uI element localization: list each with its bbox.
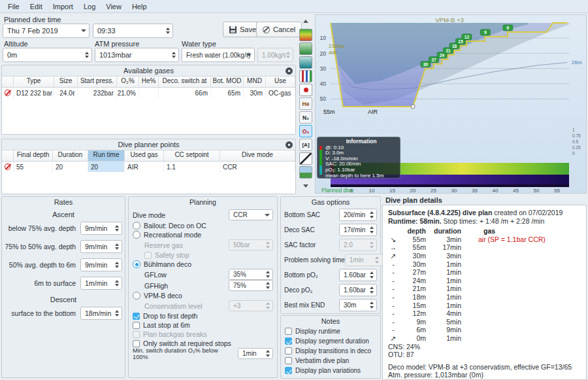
gas-size-cell[interactable]: 24.0ℓ <box>54 88 78 98</box>
dive-profile-chart[interactable]: 3027242118151296 10203040505101520253035… <box>315 14 587 194</box>
gas-option-spinbox[interactable]: 1.60bar <box>339 284 377 296</box>
remove-point-icon[interactable] <box>2 162 14 172</box>
gas-option-spinbox[interactable]: 1.60bar <box>339 269 377 281</box>
dive-date-select[interactable]: Thu 7 Feb 2019 <box>3 24 90 38</box>
remove-gas-icon[interactable] <box>2 88 14 98</box>
point-duration-cell[interactable]: 20 <box>53 162 88 172</box>
gases-column-header[interactable]: Type <box>14 77 54 88</box>
gas-he-cell[interactable] <box>139 88 159 98</box>
planning-option-row[interactable]: Plan backgas breaks <box>133 330 273 339</box>
min-switch-spinbox[interactable]: 1min <box>238 348 273 359</box>
radio-icon[interactable] <box>133 231 140 239</box>
gas-option-spinbox[interactable]: 2.0 <box>339 239 377 251</box>
gas-start-pressure-cell[interactable]: 232bar <box>78 88 117 98</box>
profile-scale-icon[interactable] <box>299 29 312 41</box>
rate-spinbox[interactable]: 9m/min <box>80 258 122 271</box>
gases-column-header[interactable]: Use <box>266 77 295 88</box>
menu-item[interactable]: File <box>3 1 25 12</box>
photo-icon[interactable] <box>299 166 312 179</box>
radio-icon[interactable] <box>133 260 140 268</box>
gas-mnd-cell[interactable]: 30m <box>244 88 266 98</box>
point-final-depth-cell[interactable]: 55 <box>14 162 53 172</box>
buhlmann-radio-row[interactable]: Bühlmann deco <box>133 260 273 269</box>
points-column-header[interactable] <box>2 150 14 162</box>
gfhigh-spinbox[interactable]: 75% <box>229 280 273 291</box>
spinner-arrows-icon[interactable] <box>263 349 272 358</box>
gas-option-spinbox[interactable]: 1min <box>345 254 383 266</box>
scroll-up-icon[interactable] <box>299 15 312 27</box>
atm-pressure-spinbox[interactable]: 1013mbar <box>95 48 179 62</box>
points-column-header[interactable]: Run time <box>88 150 125 162</box>
checkbox-icon[interactable] <box>133 313 140 320</box>
spinner-arrows-icon[interactable] <box>367 209 376 220</box>
dive-mode-select[interactable]: CCR <box>229 209 273 220</box>
spinner-arrows-icon[interactable] <box>112 277 122 289</box>
point-table-row[interactable]: 55 20 20 AIR 1.1 CCR <box>2 162 295 172</box>
menu-item[interactable]: Log <box>78 1 101 12</box>
gas-option-spinbox[interactable]: 17ℓ/min <box>339 224 377 236</box>
bailout-radio-row[interactable]: Bailout: Deco on OC <box>133 221 273 230</box>
altitude-spinbox[interactable]: 0m <box>3 48 92 62</box>
ruler-icon[interactable] <box>299 152 312 165</box>
spinner-arrows-icon[interactable] <box>82 48 91 61</box>
gas-table-row[interactable]: D12 232 bar 24.0ℓ 232bar 21.0% 66m 65m 3… <box>2 88 295 98</box>
spinner-arrows-icon[interactable] <box>367 224 376 235</box>
spinner-arrows-icon[interactable] <box>263 281 272 290</box>
dropdown-chevron-icon[interactable] <box>78 24 89 37</box>
water-density-spinbox[interactable]: 1.00kg/ℓ <box>257 48 293 62</box>
gas-o2-cell[interactable]: 21.0% <box>117 88 139 98</box>
pp-o2-icon[interactable]: O₂ <box>299 125 312 137</box>
rate-spinbox[interactable]: 9m/min <box>80 222 122 235</box>
gas-deco-switch-cell[interactable]: 66m <box>159 88 211 98</box>
gas-type-cell[interactable]: D12 232 bar <box>14 88 54 98</box>
spinner-arrows-icon[interactable] <box>367 300 376 311</box>
gflow-spinbox[interactable]: 35% <box>229 269 273 280</box>
menu-item[interactable]: Import <box>48 1 78 12</box>
checkbox-icon[interactable] <box>285 347 292 354</box>
conservatism-spinbox[interactable]: +3 <box>229 300 273 311</box>
spinner-arrows-icon[interactable] <box>367 285 376 296</box>
gases-column-header[interactable]: Bot. MOD <box>211 77 244 88</box>
gas-option-spinbox[interactable]: 20ℓ/min <box>339 209 377 221</box>
dive-plan-details-text[interactable]: Subsurface (4.8.4.225) dive plan created… <box>382 205 587 380</box>
gas-bot-mod-cell[interactable]: 65m <box>211 88 244 98</box>
spinner-arrows-icon[interactable] <box>112 259 122 271</box>
gas-use-cell[interactable]: OC-gas <box>266 88 295 98</box>
gases-column-header[interactable]: Start press. <box>78 77 117 88</box>
recreational-radio-row[interactable]: Recreational mode <box>133 230 273 239</box>
points-column-header[interactable]: Duration <box>53 150 88 162</box>
tissue-allowance-icon[interactable]: [A] <box>299 139 312 151</box>
spinner-arrows-icon[interactable] <box>112 222 122 234</box>
checkbox-icon[interactable] <box>133 340 140 347</box>
points-column-header[interactable]: Dive mode <box>220 150 295 162</box>
spinner-arrows-icon[interactable] <box>263 240 272 250</box>
radio-icon[interactable] <box>133 222 140 230</box>
note-option-row[interactable]: Display runtime <box>281 326 380 336</box>
gases-column-header[interactable] <box>2 77 14 88</box>
gases-column-header[interactable]: MND <box>244 77 266 88</box>
pp-he-icon[interactable]: He <box>299 97 312 110</box>
radio-icon[interactable] <box>133 292 140 300</box>
spinner-arrows-icon[interactable] <box>163 24 172 37</box>
point-used-gas-cell[interactable]: AIR <box>125 162 164 172</box>
points-column-header[interactable]: Used gas <box>125 150 164 162</box>
reserve-gas-spinbox[interactable]: 50bar <box>229 239 273 250</box>
water-type-select[interactable]: Fresh water (1.00kg/ℓ) <box>182 48 255 62</box>
planning-option-row[interactable]: Drop to first depth <box>133 311 273 320</box>
spinner-arrows-icon[interactable] <box>283 48 293 61</box>
spinner-arrows-icon[interactable] <box>367 269 376 281</box>
dropdown-chevron-icon[interactable] <box>244 48 254 61</box>
dc-ceiling-icon[interactable] <box>299 43 312 55</box>
cancel-button[interactable]: Cancel <box>256 22 302 37</box>
gases-column-header[interactable]: O₂% <box>117 77 139 88</box>
checkbox-icon[interactable] <box>133 322 140 329</box>
note-option-row[interactable]: Verbatim dive plan <box>281 356 380 366</box>
checkbox-icon[interactable] <box>133 331 140 338</box>
spinner-arrows-icon[interactable] <box>112 241 122 252</box>
settings-icon[interactable] <box>286 141 293 148</box>
planning-option-row[interactable]: Last stop at 6m <box>133 320 273 330</box>
safety-stop-row[interactable]: Safety stop <box>133 250 273 260</box>
calculated-ceiling-icon[interactable] <box>299 56 312 69</box>
pp-n2-icon[interactable]: N₂ <box>299 111 312 124</box>
checkbox-icon[interactable] <box>285 357 292 364</box>
